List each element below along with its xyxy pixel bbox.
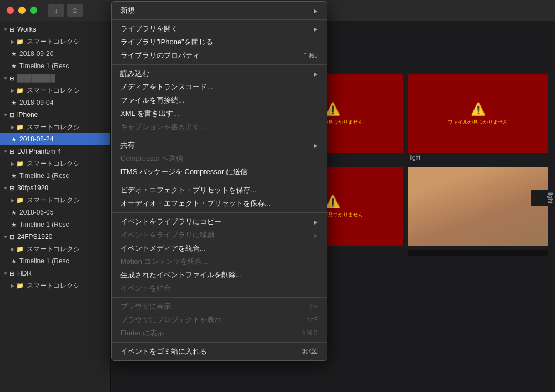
menu-item-trash[interactable]: イベントをゴミ箱に入れる ⌘⌫ — [112, 345, 327, 358]
menu-item-open-lib[interactable]: ライブラリを開く ▶ — [112, 22, 327, 35]
submenu-arrow: ▶ — [314, 26, 318, 32]
menu-item-copy-to-lib[interactable]: イベントをライブラリにコピー ▶ — [112, 215, 327, 228]
submenu-arrow: ▶ — [314, 219, 318, 225]
menu-item-delete-files[interactable]: 生成されたイベントファイルを削除... — [112, 268, 327, 282]
menu-separator — [112, 136, 327, 136]
menu-item-lib-prop[interactable]: ライブラリのプロパティ ⌃⌘J — [112, 49, 327, 62]
menu-item-itms[interactable]: iTMS パッケージを Compressor に送信 — [112, 165, 327, 179]
submenu-arrow: ▶ — [314, 142, 318, 149]
menu-item-share[interactable]: 共有 ▶ — [112, 139, 327, 152]
menu-item-show-browser: ブラウザに表示 ⇧F — [112, 300, 327, 313]
menu-item-caption: キャプションを書き出す... — [112, 120, 327, 134]
submenu-arrow: ▶ — [314, 232, 318, 238]
menu-item-new[interactable]: 新規 ▶ — [112, 4, 327, 17]
menu-overlay: 新規 ▶ ライブラリを開く ▶ ライブラリ"iPhone"を閉じる ライブラリの… — [0, 0, 555, 392]
menu-item-xml[interactable]: XML を書き出す... — [112, 107, 327, 120]
menu-item-merge: イベントを結合 — [112, 282, 327, 295]
menu-item-show-finder: Finder に表示 ⇧⌘R — [112, 327, 327, 340]
menu-separator — [112, 212, 327, 213]
main-layout: ▼ ⊞ Works ▶ 📁 スマートコレクシ ★ 2018-09-20 ★ Ti… — [0, 21, 555, 392]
menu-item-audio-preset[interactable]: オーディオ・エフェクト・プリセットを保存... — [112, 197, 327, 210]
menu-separator — [112, 64, 327, 65]
menu-item-compressor: Compressor へ送信 — [112, 152, 327, 165]
menu-item-reconnect[interactable]: ファイルを再接続... — [112, 94, 327, 107]
menu-separator — [112, 181, 327, 181]
submenu-arrow: ▶ — [314, 8, 318, 14]
dropdown-menu: 新規 ▶ ライブラリを開く ▶ ライブラリ"iPhone"を閉じる ライブラリの… — [111, 1, 327, 361]
menu-item-transcode[interactable]: メディアをトランスコード... — [112, 80, 327, 94]
menu-item-motion-consolidate: Motion コンテンツを統合... — [112, 255, 327, 268]
menu-separator — [112, 342, 327, 343]
menu-item-show-project-browser: ブラウザにプロジェクトを表示 ⌥F — [112, 313, 327, 327]
menu-separator — [112, 297, 327, 298]
menu-item-import[interactable]: 読み込む ▶ — [112, 67, 327, 80]
menu-item-video-preset[interactable]: ビデオ・エフェクト・プリセットを保存... — [112, 184, 327, 197]
menu-item-consolidate[interactable]: イベントメディアを統合... — [112, 242, 327, 255]
submenu-arrow: ▶ — [314, 71, 318, 77]
menu-separator — [112, 19, 327, 20]
menu-item-move-to-lib: イベントをライブラリに移動 ▶ — [112, 228, 327, 242]
menu-item-close-lib[interactable]: ライブラリ"iPhone"を閉じる — [112, 35, 327, 49]
